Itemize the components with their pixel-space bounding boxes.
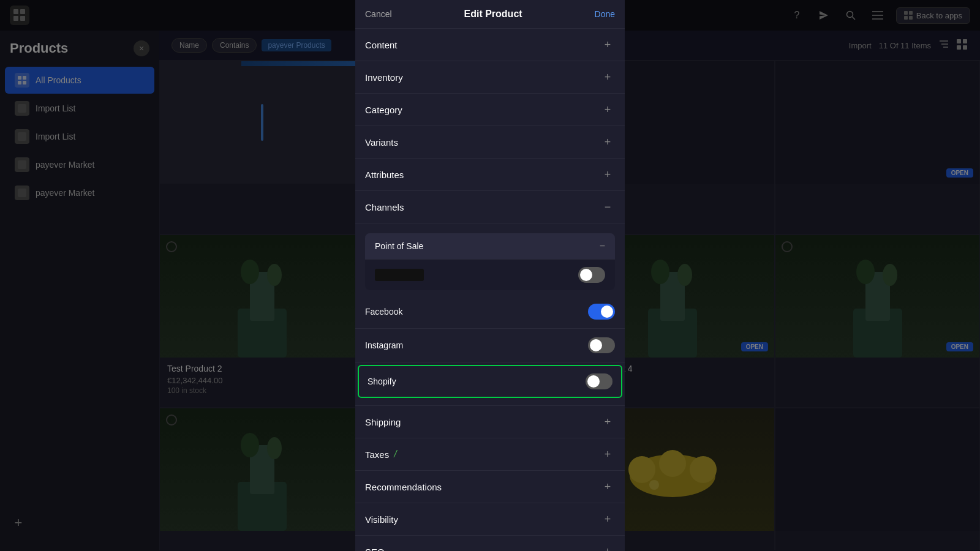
pos-title: Point of Sale: [375, 241, 423, 251]
category-expand-icon[interactable]: +: [600, 102, 615, 117]
attributes-section-title: Attributes: [365, 170, 404, 180]
pos-collapse-icon[interactable]: −: [600, 241, 605, 252]
shopify-label: Shopify: [368, 377, 396, 386]
shipping-expand-icon[interactable]: +: [600, 414, 615, 429]
channels-collapse-icon[interactable]: −: [600, 200, 615, 214]
modal-title: Edit Product: [464, 9, 522, 20]
recommendations-section-title: Recommendations: [365, 482, 442, 492]
modal-section-taxes: Taxes / +: [355, 438, 625, 471]
pos-label-bar: [375, 269, 424, 281]
taxes-section-header[interactable]: Taxes / +: [355, 438, 625, 470]
shopify-channel-row: Shopify: [358, 365, 622, 398]
modal-header: Cancel Edit Product Done: [355, 0, 625, 29]
channels-section-header[interactable]: Channels −: [355, 191, 625, 223]
modal-cancel-button[interactable]: Cancel: [365, 9, 392, 19]
pos-header[interactable]: Point of Sale −: [365, 233, 615, 259]
modal-section-category: Category +: [355, 94, 625, 126]
modal-section-attributes: Attributes +: [355, 159, 625, 191]
visibility-expand-icon[interactable]: +: [600, 512, 615, 527]
shipping-section-header[interactable]: Shipping +: [355, 406, 625, 438]
seo-section-header[interactable]: SEO +: [355, 536, 625, 551]
visibility-section-header[interactable]: Visibility +: [355, 503, 625, 535]
attributes-expand-icon[interactable]: +: [600, 167, 615, 182]
taxes-section-title: Taxes: [365, 449, 389, 460]
facebook-toggle[interactable]: [588, 304, 615, 320]
instagram-toggle[interactable]: [588, 337, 615, 353]
pos-subsection: Point of Sale −: [365, 233, 615, 290]
modal-section-variants: Variants +: [355, 126, 625, 159]
content-expand-icon[interactable]: +: [600, 37, 615, 52]
taxes-slash-icon: /: [394, 449, 396, 460]
instagram-channel-row: Instagram: [355, 329, 625, 362]
category-section-header[interactable]: Category +: [355, 94, 625, 126]
modal-done-button[interactable]: Done: [595, 9, 615, 19]
facebook-channel-row: Facebook: [355, 295, 625, 329]
inventory-section-title: Inventory: [365, 72, 403, 83]
taxes-label-row: Taxes /: [365, 449, 397, 460]
modal-section-content: Content +: [355, 29, 625, 61]
facebook-label: Facebook: [365, 307, 402, 317]
shopify-toggle[interactable]: [586, 373, 612, 389]
shipping-section-title: Shipping: [365, 417, 401, 427]
edit-product-modal: Cancel Edit Product Done Content + Inven…: [355, 0, 625, 551]
content-section-header[interactable]: Content +: [355, 29, 625, 61]
variants-section-title: Variants: [365, 137, 398, 148]
taxes-expand-icon[interactable]: +: [600, 447, 615, 462]
pos-toggle[interactable]: [578, 267, 605, 283]
instagram-label: Instagram: [365, 340, 403, 350]
modal-section-channels: Channels − Point of Sale − Face: [355, 191, 625, 406]
content-section-title: Content: [365, 40, 398, 50]
variants-section-header[interactable]: Variants +: [355, 126, 625, 158]
modal-section-shipping: Shipping +: [355, 406, 625, 438]
recommendations-section-header[interactable]: Recommendations +: [355, 471, 625, 503]
seo-section-title: SEO: [365, 547, 385, 552]
modal-section-visibility: Visibility +: [355, 503, 625, 536]
modal-section-recommendations: Recommendations +: [355, 471, 625, 503]
variants-expand-icon[interactable]: +: [600, 135, 615, 149]
recommendations-expand-icon[interactable]: +: [600, 479, 615, 494]
inventory-expand-icon[interactable]: +: [600, 70, 615, 84]
inventory-section-header[interactable]: Inventory +: [355, 61, 625, 93]
seo-expand-icon[interactable]: +: [600, 544, 615, 551]
modal-section-inventory: Inventory +: [355, 61, 625, 94]
attributes-section-header[interactable]: Attributes +: [355, 159, 625, 190]
channels-section-title: Channels: [365, 202, 404, 212]
category-section-title: Category: [365, 105, 402, 115]
channels-inner: Point of Sale − Facebook Ins: [355, 223, 625, 405]
pos-toggle-row: [365, 259, 615, 290]
visibility-section-title: Visibility: [365, 514, 398, 525]
modal-section-seo: SEO +: [355, 536, 625, 551]
